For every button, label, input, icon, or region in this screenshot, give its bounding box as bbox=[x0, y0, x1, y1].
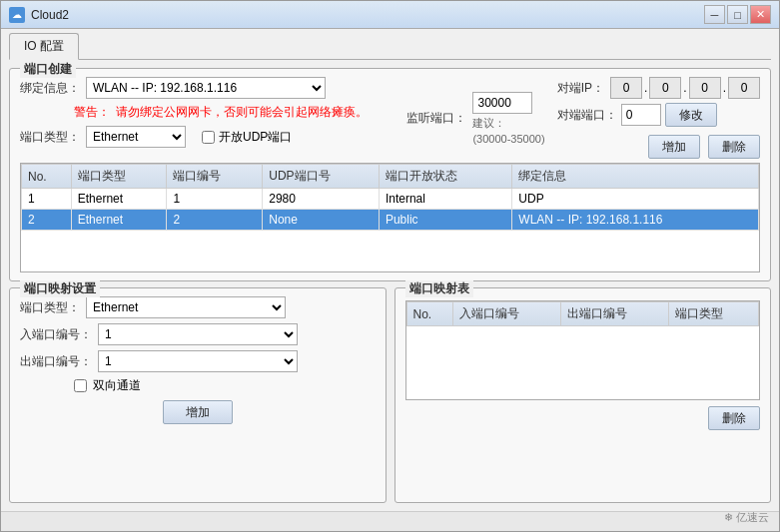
bidirectional-checkbox[interactable] bbox=[74, 379, 87, 392]
table-row[interactable]: 1 Ethernet 1 2980 Internal UDP bbox=[22, 189, 759, 210]
ip-octet-3: 0 bbox=[689, 77, 721, 99]
bottom-left: 端口映射设置 端口类型： Ethernet 入端口编号： 1 bbox=[9, 287, 387, 503]
listen-port-input[interactable] bbox=[472, 92, 532, 114]
window-title: Cloud2 bbox=[31, 8, 69, 22]
col-udp: UDP端口号 bbox=[263, 165, 380, 189]
ip-octet-2: 0 bbox=[649, 77, 681, 99]
port-table: No. 端口类型 端口编号 UDP端口号 端口开放状态 绑定信息 1 Ether… bbox=[21, 164, 759, 231]
title-buttons: ─ □ ✕ bbox=[704, 5, 771, 24]
suggest-range: (30000-35000) bbox=[472, 133, 544, 145]
bidirectional-row: 双向通道 bbox=[74, 377, 376, 394]
in-port-select[interactable]: 1 bbox=[98, 323, 298, 345]
tab-bar: IO 配置 bbox=[9, 33, 771, 60]
tab-io-config[interactable]: IO 配置 bbox=[9, 33, 79, 60]
col-type: 端口类型 bbox=[71, 165, 167, 189]
creation-inner: 绑定信息： WLAN -- IP: 192.168.1.116 警告： 请勿绑定… bbox=[20, 77, 760, 159]
port-creation-group: 端口创建 绑定信息： WLAN -- IP: 192.168.1.116 警告：… bbox=[9, 68, 771, 281]
title-bar-left: ☁ Cloud2 bbox=[9, 7, 69, 23]
port-type-row: 端口类型： Ethernet 开放UDP端口 bbox=[20, 126, 396, 148]
port-mapping-label: 端口映射设置 bbox=[20, 280, 100, 297]
in-port-row: 入端口编号： 1 bbox=[20, 323, 376, 345]
peer-port-row: 对端端口： 修改 bbox=[557, 103, 760, 127]
table-header-row: No. 端口类型 端口编号 UDP端口号 端口开放状态 绑定信息 bbox=[22, 165, 759, 189]
udp-label: 开放UDP端口 bbox=[219, 129, 292, 146]
mapping-delete-button[interactable]: 删除 bbox=[708, 406, 760, 430]
col-no: No. bbox=[22, 165, 72, 189]
mapping-type-label: 端口类型： bbox=[20, 299, 80, 316]
port-type-label: 端口类型： bbox=[20, 129, 80, 146]
peer-port-label: 对端端口： bbox=[557, 107, 617, 124]
creation-left: 绑定信息： WLAN -- IP: 192.168.1.116 警告： 请勿绑定… bbox=[20, 77, 396, 159]
maximize-button[interactable]: □ bbox=[727, 5, 748, 24]
logo-text: ❄ 亿速云 bbox=[724, 510, 769, 525]
col-status: 端口开放状态 bbox=[379, 165, 511, 189]
app-icon: ☁ bbox=[9, 7, 25, 23]
creation-right: 监听端口： 建议： (30000-35000) 对端IP： 0 bbox=[406, 77, 760, 159]
cell-port-no: 1 bbox=[167, 189, 263, 210]
modify-button[interactable]: 修改 bbox=[665, 103, 717, 127]
bidirectional-label: 双向通道 bbox=[93, 377, 141, 394]
title-bar: ☁ Cloud2 ─ □ ✕ bbox=[1, 1, 779, 29]
peer-ip-label: 对端IP： bbox=[557, 80, 604, 97]
add-delete-row: 增加 删除 bbox=[557, 135, 760, 159]
bottom-right: 端口映射表 No. 入端口编号 出端口编号 端口类型 bbox=[394, 287, 772, 503]
out-port-select[interactable]: 1 bbox=[98, 350, 298, 372]
cell-udp: None bbox=[263, 210, 380, 231]
mapping-header-row: No. 入端口编号 出端口编号 端口类型 bbox=[406, 302, 759, 326]
cell-status: Public bbox=[379, 210, 511, 231]
cell-type: Ethernet bbox=[71, 210, 167, 231]
mapping-type-select[interactable]: Ethernet bbox=[86, 296, 286, 318]
window-footer: ❄ 亿速云 bbox=[1, 511, 779, 531]
peer-ip-row: 对端IP： 0 . 0 . 0 . 0 bbox=[557, 77, 760, 99]
port-mapping-group: 端口映射设置 端口类型： Ethernet 入端口编号： 1 bbox=[9, 287, 387, 503]
col-port-no: 端口编号 bbox=[167, 165, 263, 189]
port-type-select[interactable]: Ethernet bbox=[86, 126, 186, 148]
warning-prefix: 警告： bbox=[74, 104, 110, 121]
peer-port-input[interactable] bbox=[621, 104, 661, 126]
bind-select[interactable]: WLAN -- IP: 192.168.1.116 bbox=[86, 77, 326, 99]
mapping-type-row: 端口类型： Ethernet bbox=[20, 296, 376, 318]
listen-label: 监听端口： bbox=[406, 110, 466, 127]
map-col-type: 端口类型 bbox=[668, 302, 758, 326]
mapping-table-wrapper: No. 入端口编号 出端口编号 端口类型 bbox=[405, 300, 761, 400]
udp-checkbox-row: 开放UDP端口 bbox=[202, 129, 292, 146]
ip-octet-1: 0 bbox=[610, 77, 642, 99]
bind-label: 绑定信息： bbox=[20, 80, 80, 97]
delete-port-button[interactable]: 删除 bbox=[708, 135, 760, 159]
window-body: IO 配置 端口创建 绑定信息： WLAN -- IP: 192.168.1.1… bbox=[1, 29, 779, 511]
map-col-no: No. bbox=[406, 302, 453, 326]
out-port-row: 出端口编号： 1 bbox=[20, 350, 376, 372]
cell-bind: UDP bbox=[512, 189, 759, 210]
mapping-table: No. 入端口编号 出端口编号 端口类型 bbox=[406, 301, 760, 326]
suggest-hint: 建议： bbox=[472, 116, 544, 131]
main-window: ☁ Cloud2 ─ □ ✕ IO 配置 端口创建 绑定信息： bbox=[0, 0, 780, 532]
port-table-wrapper: No. 端口类型 端口编号 UDP端口号 端口开放状态 绑定信息 1 Ether… bbox=[20, 163, 760, 272]
col-bind: 绑定信息 bbox=[512, 165, 759, 189]
cell-no: 1 bbox=[22, 189, 72, 210]
map-col-in: 入端口编号 bbox=[453, 302, 561, 326]
map-col-out: 出端口编号 bbox=[561, 302, 669, 326]
out-port-label: 出端口编号： bbox=[20, 353, 92, 370]
bind-info-row: 绑定信息： WLAN -- IP: 192.168.1.116 bbox=[20, 77, 396, 99]
ip-octet-4: 0 bbox=[728, 77, 760, 99]
minimize-button[interactable]: ─ bbox=[704, 5, 725, 24]
close-button[interactable]: ✕ bbox=[750, 5, 771, 24]
udp-checkbox[interactable] bbox=[202, 131, 215, 144]
cell-bind: WLAN -- IP: 192.168.1.116 bbox=[512, 210, 759, 231]
mapping-table-group: 端口映射表 No. 入端口编号 出端口编号 端口类型 bbox=[394, 287, 772, 503]
cell-no: 2 bbox=[22, 210, 72, 231]
warning-row: 警告： 请勿绑定公网网卡，否则可能会引起网络瘫痪。 bbox=[74, 104, 396, 121]
add-port-button[interactable]: 增加 bbox=[648, 135, 700, 159]
mapping-add-button[interactable]: 增加 bbox=[163, 400, 233, 424]
port-creation-label: 端口创建 bbox=[20, 61, 76, 78]
listen-port-row: 监听端口： 建议： (30000-35000) 对端IP： 0 bbox=[406, 77, 760, 159]
cell-status: Internal bbox=[379, 189, 511, 210]
table-row[interactable]: 2 Ethernet 2 None Public WLAN -- IP: 192… bbox=[22, 210, 759, 231]
cell-port-no: 2 bbox=[167, 210, 263, 231]
ip-group: 0 . 0 . 0 . 0 bbox=[610, 77, 760, 99]
cell-type: Ethernet bbox=[71, 189, 167, 210]
in-port-label: 入端口编号： bbox=[20, 326, 92, 343]
bottom-section: 端口映射设置 端口类型： Ethernet 入端口编号： 1 bbox=[9, 287, 771, 503]
warning-text: 请勿绑定公网网卡，否则可能会引起网络瘫痪。 bbox=[116, 104, 368, 121]
mapping-table-label: 端口映射表 bbox=[405, 280, 473, 297]
